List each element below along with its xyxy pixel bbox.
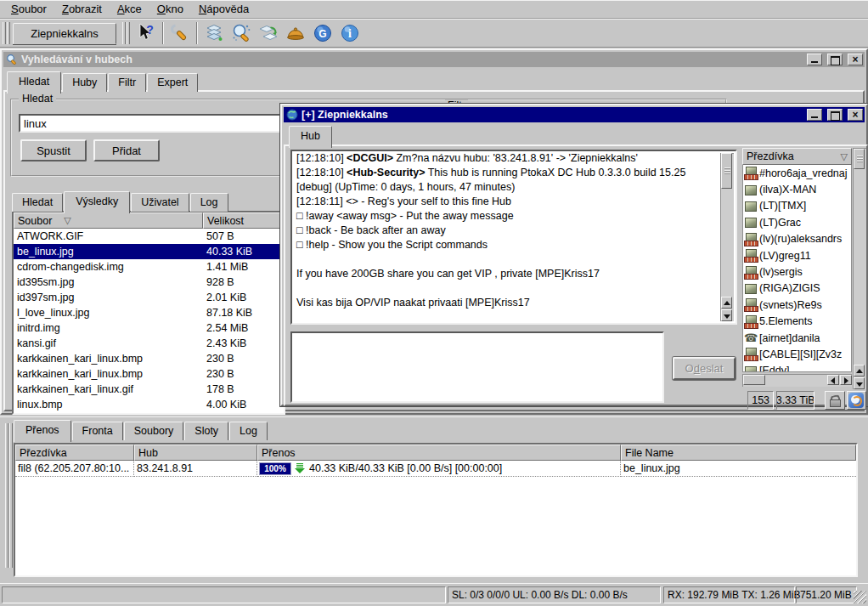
status-traffic: RX: 192.79 MiB TX: 1.26 MiB (663, 586, 795, 603)
chat-box[interactable]: [12:18:10] <DCGUI> Zm?na názvu hubu: '83… (290, 150, 737, 325)
user-row[interactable]: (RIGA)ZIGIS (743, 280, 851, 297)
add-search-button[interactable]: Přidat (93, 139, 160, 161)
column-header-nick[interactable]: Přezdívka (15, 445, 134, 461)
result-tab[interactable]: Výsledky (64, 191, 130, 213)
status-share-total: 751.20 MiB (796, 586, 857, 603)
result-tab[interactable]: Uživatel (131, 193, 189, 212)
transfer-tab[interactable]: Log (229, 422, 268, 440)
user-row[interactable]: (lv)sergis (743, 263, 851, 280)
scrollbar-thumb[interactable] (721, 153, 732, 189)
search-window-titlebar[interactable]: Vyhledávání v hubech × (3, 52, 865, 67)
result-file-name: karkkainen_kari_linux.gif (14, 383, 202, 395)
menu-item[interactable]: Akce (110, 1, 149, 18)
download-arrow-icon (295, 462, 305, 474)
chat-text: [debug] (UpTime: 0 days, 1 hours, 47 min… (296, 181, 515, 193)
chat-timestamp: [12:18:10] (296, 167, 347, 178)
result-tab[interactable]: Hledat (12, 193, 63, 212)
column-header-filename[interactable]: File Name (621, 445, 856, 461)
result-file-size: 40.33 KiB (202, 246, 252, 258)
result-row[interactable]: be_linux.jpg 40.33 KiB (14, 244, 284, 259)
share-refresh-icon[interactable] (256, 21, 281, 45)
chat-nick: <DCGUI> (347, 152, 393, 164)
transfer-row[interactable]: fil8 (62.205.207.80:10... 83.241.8.91 10… (15, 461, 856, 477)
search-tab[interactable]: Hledat (7, 71, 61, 93)
transfer-tab[interactable]: Soubory (124, 422, 184, 440)
wrench-settings-icon[interactable] (167, 21, 193, 45)
maximize-button[interactable] (827, 54, 843, 65)
column-header-size-label: Velikost (207, 215, 244, 227)
transfer-tab[interactable]: Fronta (72, 422, 123, 440)
chat-vertical-scrollbar[interactable] (720, 153, 734, 321)
result-row[interactable]: cdrom-changedisk.img 1.41 MiB (14, 259, 284, 275)
user-row[interactable]: (svnets)Re9s (743, 297, 851, 313)
progress-bar: 100% (260, 463, 290, 474)
menu-item[interactable]: Zobrazit (54, 1, 110, 18)
menu-item[interactable]: Nápověda (191, 1, 256, 18)
minimize-button[interactable] (807, 109, 822, 121)
user-nickname: (RIGA)ZIGIS (759, 282, 820, 294)
info-icon[interactable]: i (337, 21, 363, 45)
maximize-button[interactable] (827, 109, 843, 121)
hub-tab[interactable]: Hub (289, 126, 332, 148)
result-row[interactable]: karkkainen_kari_linux.bmp 230 B (14, 351, 284, 366)
close-button[interactable]: × (848, 109, 863, 121)
result-row[interactable]: ATWORK.GIF 507 B (14, 229, 284, 244)
search-icon[interactable] (228, 21, 254, 45)
run-search-button[interactable]: Spustit (20, 139, 87, 161)
result-row[interactable]: kansi.gif 2.43 KiB (14, 336, 284, 351)
user-client-icon (744, 249, 758, 262)
result-row[interactable]: karkkainen_kari_linux.gif 178 B (14, 382, 284, 397)
column-header-file[interactable]: Soubor ▽ (14, 212, 203, 229)
hub-window-titlebar[interactable]: [+] Ziepniekkalns × (284, 107, 865, 122)
column-header-hub[interactable]: Hub (134, 445, 257, 461)
user-row[interactable]: (LV)greg11 (743, 247, 851, 263)
column-header-transfer[interactable]: Přenos (257, 445, 621, 461)
close-button[interactable]: × (848, 54, 863, 65)
hub-layers-icon[interactable] (201, 21, 227, 45)
search-tab[interactable]: Expert (147, 73, 198, 92)
transfer-tab[interactable]: Sloty (184, 422, 228, 440)
minimize-button[interactable] (807, 54, 822, 65)
user-row[interactable]: 5.Elements (743, 314, 851, 330)
search-tab[interactable]: Huby (62, 73, 107, 92)
user-row[interactable]: (LT)[TMX] (743, 198, 851, 214)
transfer-hub: 83.241.8.91 (134, 461, 257, 477)
result-row[interactable]: id397sm.jpg 2.01 KiB (14, 290, 284, 305)
hub-dome-icon[interactable] (283, 21, 308, 45)
result-row[interactable]: id395sm.jpg 928 B (14, 275, 284, 290)
result-row[interactable]: karkkainen_kari_linux.bmp 230 B (14, 366, 284, 382)
user-nickname: (lv)sergis (759, 266, 803, 278)
user-row[interactable]: (lv)(ru)aleksandrs (743, 231, 851, 247)
result-row[interactable]: initrd.img 2.54 MiB (14, 320, 284, 336)
user-list-header[interactable]: Přezdívka ▽ (742, 148, 852, 165)
scroll-up-icon[interactable] (721, 297, 732, 309)
menu-item[interactable]: Okno (149, 1, 191, 18)
menubar: SouborZobrazitAkceOknoNápověda (0, 0, 868, 19)
resize-grip[interactable] (854, 591, 866, 603)
user-row[interactable]: (ilva)X-MAN (743, 181, 851, 197)
dock-drag-handle[interactable] (5, 423, 13, 568)
chat-message-input[interactable] (290, 331, 664, 403)
search-window-title: Vyhledávání v hubech (21, 54, 802, 65)
user-client-icon (744, 200, 758, 212)
send-button[interactable]: Odeslat (673, 357, 736, 380)
search-tab[interactable]: Filtr (108, 73, 146, 92)
result-tab[interactable]: Log (190, 193, 228, 212)
toolbar-drag-handle[interactable] (122, 22, 130, 44)
toolbar-drag-handle[interactable] (3, 22, 10, 44)
toolbar-separator (196, 22, 198, 44)
result-row[interactable]: linux.bmp 4.00 KiB (14, 397, 284, 412)
user-row[interactable]: (LT)Grac (743, 214, 851, 230)
transfer-tab[interactable]: Přenos (14, 420, 71, 442)
hub-tab-ziepniekkalns[interactable]: Ziepniekkalns (13, 23, 116, 44)
scrollbar-thumb[interactable] (854, 149, 865, 169)
result-row[interactable]: l_love_linux.jpg 87.18 KiB (14, 305, 284, 320)
result-file-name: karkkainen_kari_linux.bmp (14, 368, 202, 380)
column-header-size[interactable]: Velikost (203, 212, 284, 229)
user-row[interactable]: #horo6aja_vrednaj (743, 165, 851, 181)
menu-item[interactable]: Soubor (3, 1, 54, 18)
chat-line: □ !back - Be back after an away (296, 224, 717, 238)
scroll-down-icon[interactable] (721, 309, 732, 321)
context-help-icon[interactable]: ? (133, 21, 159, 45)
globe-g-icon[interactable]: G (310, 21, 335, 45)
